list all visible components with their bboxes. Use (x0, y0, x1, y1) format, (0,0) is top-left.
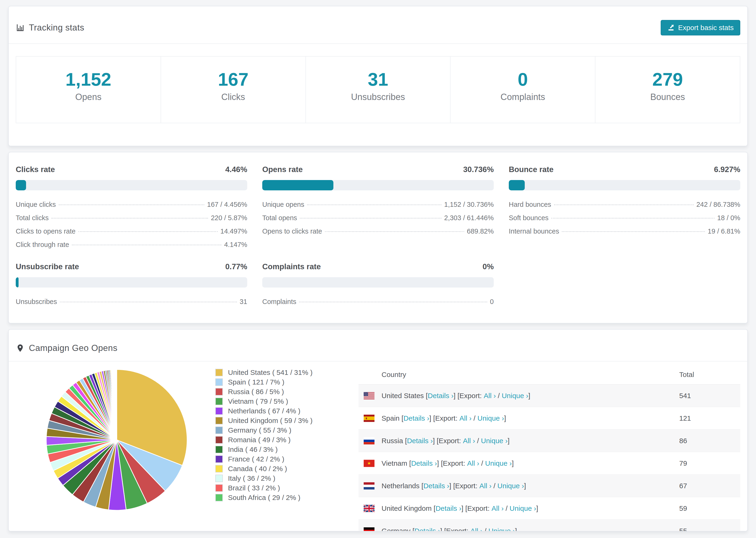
geo-table-row-es: Spain [Details ›] [Export: All › / Uniqu… (358, 407, 740, 430)
export-all-link-ru[interactable]: All › (463, 437, 475, 445)
flag-us-icon (364, 392, 374, 400)
geo-title: Campaign Geo Opens (29, 343, 117, 353)
export-all-link-us[interactable]: All › (484, 392, 496, 400)
export-unique-link-nl[interactable]: Unique › (498, 482, 524, 490)
export-unique-link-ru[interactable]: Unique › (481, 437, 507, 445)
export-unique-link-us[interactable]: Unique › (502, 392, 528, 400)
legend-item-fr: France ( 42 / 2% ) (215, 454, 358, 464)
legend-swatch (215, 378, 223, 386)
geo-table-cell-total: 59 (679, 505, 740, 512)
rate-value: 30.736% (463, 165, 494, 174)
rate-rows: Unsubscribes31 (16, 295, 247, 308)
legend-swatch (215, 369, 223, 376)
flag-ru-icon (364, 437, 374, 445)
legend-item-in: India ( 46 / 3% ) (215, 445, 358, 454)
legend-label: Germany ( 55 / 3% ) (228, 425, 291, 435)
legend-item-ca: Canada ( 40 / 2% ) (215, 464, 358, 473)
rate-progress-fill (16, 277, 19, 288)
legend-item-br: Brazil ( 33 / 2% ) (215, 483, 358, 493)
rate-row-value: 242 / 86.738% (696, 198, 740, 211)
details-link-gb[interactable]: Details › (436, 505, 461, 512)
legend-label: United States ( 541 / 31% ) (228, 368, 312, 377)
export-unique-link-es[interactable]: Unique › (477, 414, 504, 422)
geo-card-header: Campaign Geo Opens (9, 330, 747, 361)
stat-value: 31 (306, 69, 450, 90)
rate-title: Opens rate (262, 165, 303, 174)
details-link-nl[interactable]: Details › (423, 482, 449, 490)
geo-pie-chart (44, 367, 189, 512)
country-name: Russia (382, 437, 403, 445)
geo-table-cell-country: Russia [Details ›] [Export: All › / Uniq… (358, 437, 679, 445)
legend-swatch (215, 436, 223, 444)
details-link-de[interactable]: Details › (414, 527, 440, 531)
details-link-ru[interactable]: Details › (407, 437, 433, 445)
export-all-link-vn[interactable]: All › (467, 459, 479, 467)
rate-row-value: 18 / 0% (717, 211, 740, 225)
rate-value: 6.927% (714, 165, 740, 174)
rate-row-label: Click through rate (16, 238, 69, 251)
export-all-link-es[interactable]: All › (459, 414, 472, 422)
geo-table-row-gb: United Kingdom [Details ›] [Export: All … (358, 497, 740, 520)
rate-block-complaints-rate: Complaints rate0%Complaints0 (262, 262, 494, 308)
legend-item-it: Italy ( 36 / 2% ) (215, 473, 358, 483)
rate-block-bounce-rate: Bounce rate6.927%Hard bounces242 / 86.73… (509, 165, 740, 251)
stat-value: 1,152 (16, 69, 161, 90)
rate-row: Click through rate4.147% (16, 238, 247, 251)
geo-table-cell-total: 79 (679, 459, 740, 467)
country-name: Spain (382, 414, 400, 422)
rate-progress-bar (262, 277, 494, 288)
stat-box-clicks: 167Clicks (161, 57, 306, 123)
rate-title: Unsubscribe rate (16, 262, 79, 271)
geo-table-row-de: Germany [Details ›] [Export: All › / Uni… (358, 520, 740, 531)
geo-table: CountryTotalUnited States [Details ›] [E… (358, 365, 740, 531)
geo-legend: United States ( 541 / 31% )Spain ( 121 /… (215, 364, 358, 531)
geo-table-cell-country: Netherlands [Details ›] [Export: All › /… (358, 482, 679, 490)
stat-box-complaints: 0Complaints (451, 57, 595, 123)
geo-table-cell-total: 86 (679, 437, 740, 445)
legend-label: Brazil ( 33 / 2% ) (228, 483, 280, 493)
dashboard-page: Tracking stats Export basic stats 1,152O… (0, 0, 756, 538)
legend-swatch (215, 388, 223, 396)
rate-row-label: Unsubscribes (16, 295, 57, 308)
rate-row: Hard bounces242 / 86.738% (509, 198, 740, 211)
details-link-es[interactable]: Details › (404, 414, 429, 422)
stat-box-unsubscribes: 31Unsubscribes (306, 57, 451, 123)
stat-label: Complaints (451, 92, 595, 102)
legend-label: Spain ( 121 / 7% ) (228, 377, 284, 387)
flag-es-icon (364, 414, 374, 422)
dotted-leader (60, 301, 237, 302)
geo-table-header-country: Country (358, 371, 679, 379)
legend-label: Canada ( 40 / 2% ) (228, 464, 287, 473)
rate-row: Internal bounces19 / 6.81% (509, 225, 740, 238)
rate-row: Unique opens1,152 / 30.736% (262, 198, 494, 211)
details-link-us[interactable]: Details › (428, 392, 454, 400)
legend-item-es: Spain ( 121 / 7% ) (215, 377, 358, 387)
export-unique-link-vn[interactable]: Unique › (485, 459, 512, 467)
rate-row: Clicks to opens rate14.497% (16, 225, 247, 238)
legend-swatch (215, 446, 223, 453)
dotted-leader (554, 204, 693, 205)
rate-row-value: 14.497% (220, 225, 247, 238)
export-all-link-nl[interactable]: All › (479, 482, 492, 490)
rate-progress-fill (509, 180, 525, 190)
country-name: Vietnam (382, 459, 407, 467)
legend-item-vn: Vietnam ( 79 / 5% ) (215, 397, 358, 406)
export-all-link-de[interactable]: All › (470, 527, 482, 531)
country-name: United States (382, 392, 424, 400)
legend-label: Italy ( 36 / 2% ) (228, 473, 275, 483)
rate-row-value: 220 / 5.87% (211, 211, 247, 225)
export-all-link-gb[interactable]: All › (492, 505, 504, 512)
page-title: Tracking stats (29, 23, 84, 32)
geo-table-header-total: Total (679, 371, 740, 379)
legend-swatch (215, 456, 223, 463)
rate-row-label: Unique clicks (16, 198, 56, 211)
export-unique-link-gb[interactable]: Unique › (510, 505, 536, 512)
tracking-stats-card: Tracking stats Export basic stats 1,152O… (8, 6, 748, 146)
country-name: United Kingdom (382, 505, 432, 512)
details-link-vn[interactable]: Details › (411, 459, 437, 467)
geo-table-row-us: United States [Details ›] [Export: All ›… (358, 385, 740, 407)
export-basic-stats-button[interactable]: Export basic stats (661, 20, 740, 35)
legend-item-ru: Russia ( 86 / 5% ) (215, 387, 358, 397)
export-unique-link-de[interactable]: Unique › (488, 527, 515, 531)
rate-row: Unsubscribes31 (16, 295, 247, 308)
